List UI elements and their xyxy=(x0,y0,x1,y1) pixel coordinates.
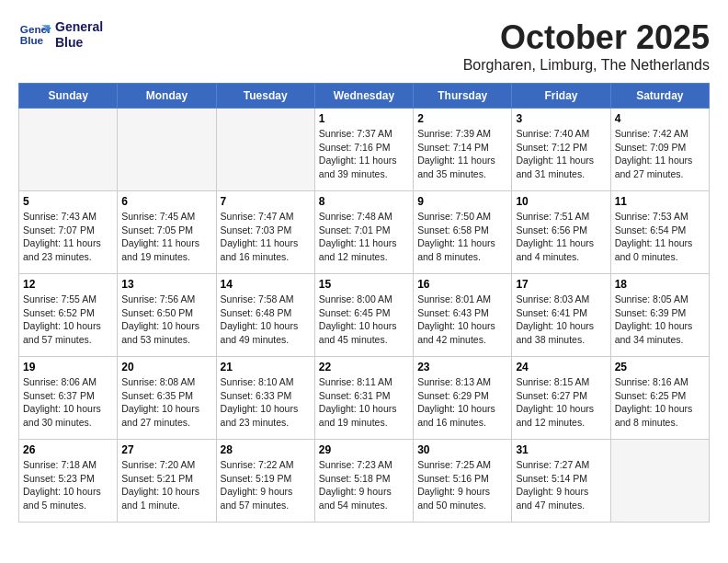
day-number: 18 xyxy=(615,278,705,291)
calendar-cell: 30Sunrise: 7:25 AM Sunset: 5:16 PM Dayli… xyxy=(414,440,512,523)
day-number: 15 xyxy=(319,278,409,291)
day-info: Sunrise: 8:01 AM Sunset: 6:43 PM Dayligh… xyxy=(417,293,507,347)
day-info: Sunrise: 8:10 AM Sunset: 6:33 PM Dayligh… xyxy=(221,375,311,430)
day-number: 12 xyxy=(23,278,113,291)
calendar-cell: 26Sunrise: 7:18 AM Sunset: 5:23 PM Dayli… xyxy=(19,440,118,523)
calendar-cell: 31Sunrise: 7:27 AM Sunset: 5:14 PM Dayli… xyxy=(512,440,610,523)
day-info: Sunrise: 7:45 AM Sunset: 7:05 PM Dayligh… xyxy=(121,210,211,264)
calendar-cell: 6Sunrise: 7:45 AM Sunset: 7:05 PM Daylig… xyxy=(118,191,216,274)
calendar-table: SundayMondayTuesdayWednesdayThursdayFrid… xyxy=(18,83,710,523)
day-info: Sunrise: 7:51 AM Sunset: 6:56 PM Dayligh… xyxy=(516,210,606,264)
day-number: 10 xyxy=(516,195,606,208)
day-info: Sunrise: 7:53 AM Sunset: 6:54 PM Dayligh… xyxy=(615,210,705,264)
day-number: 23 xyxy=(417,361,507,373)
day-number: 24 xyxy=(516,361,606,373)
day-info: Sunrise: 7:48 AM Sunset: 7:01 PM Dayligh… xyxy=(319,210,409,264)
day-info: Sunrise: 7:42 AM Sunset: 7:09 PM Dayligh… xyxy=(615,127,705,181)
calendar-cell: 14Sunrise: 7:58 AM Sunset: 6:48 PM Dayli… xyxy=(216,274,314,357)
weekday-header-monday: Monday xyxy=(118,84,216,109)
calendar-cell: 24Sunrise: 8:15 AM Sunset: 6:27 PM Dayli… xyxy=(512,357,610,440)
day-info: Sunrise: 8:16 AM Sunset: 6:25 PM Dayligh… xyxy=(615,375,705,430)
day-number: 26 xyxy=(23,443,113,456)
day-number: 19 xyxy=(23,361,113,373)
day-info: Sunrise: 7:50 AM Sunset: 6:58 PM Dayligh… xyxy=(417,210,507,264)
calendar-cell: 20Sunrise: 8:08 AM Sunset: 6:35 PM Dayli… xyxy=(118,357,216,440)
calendar-cell: 8Sunrise: 7:48 AM Sunset: 7:01 PM Daylig… xyxy=(314,191,413,274)
day-number: 21 xyxy=(221,361,311,373)
calendar-cell: 12Sunrise: 7:55 AM Sunset: 6:52 PM Dayli… xyxy=(19,274,118,357)
calendar-cell: 16Sunrise: 8:01 AM Sunset: 6:43 PM Dayli… xyxy=(414,274,512,357)
day-number: 28 xyxy=(221,443,311,456)
month-title: October 2025 xyxy=(463,18,710,57)
day-info: Sunrise: 7:23 AM Sunset: 5:18 PM Dayligh… xyxy=(319,458,409,512)
calendar-cell: 19Sunrise: 8:06 AM Sunset: 6:37 PM Dayli… xyxy=(19,357,118,440)
day-info: Sunrise: 7:18 AM Sunset: 5:23 PM Dayligh… xyxy=(23,458,113,512)
day-number: 20 xyxy=(121,361,211,373)
calendar-week-1: 1Sunrise: 7:37 AM Sunset: 7:16 PM Daylig… xyxy=(19,109,710,191)
calendar-week-4: 19Sunrise: 8:06 AM Sunset: 6:37 PM Dayli… xyxy=(19,357,710,440)
day-info: Sunrise: 7:40 AM Sunset: 7:12 PM Dayligh… xyxy=(516,127,606,181)
weekday-header-sunday: Sunday xyxy=(19,84,118,109)
calendar-week-2: 5Sunrise: 7:43 AM Sunset: 7:07 PM Daylig… xyxy=(19,191,710,274)
day-number: 31 xyxy=(516,443,606,456)
day-number: 22 xyxy=(319,361,409,373)
day-number: 11 xyxy=(615,195,705,208)
day-info: Sunrise: 8:15 AM Sunset: 6:27 PM Dayligh… xyxy=(516,375,606,430)
calendar-cell: 27Sunrise: 7:20 AM Sunset: 5:21 PM Dayli… xyxy=(118,440,216,523)
day-info: Sunrise: 7:27 AM Sunset: 5:14 PM Dayligh… xyxy=(516,458,606,512)
calendar-cell: 15Sunrise: 8:00 AM Sunset: 6:45 PM Dayli… xyxy=(314,274,413,357)
day-info: Sunrise: 7:20 AM Sunset: 5:21 PM Dayligh… xyxy=(121,458,211,512)
calendar-cell: 5Sunrise: 7:43 AM Sunset: 7:07 PM Daylig… xyxy=(19,191,118,274)
day-info: Sunrise: 7:39 AM Sunset: 7:14 PM Dayligh… xyxy=(417,127,507,181)
weekday-header-friday: Friday xyxy=(512,84,610,109)
calendar-cell: 4Sunrise: 7:42 AM Sunset: 7:09 PM Daylig… xyxy=(610,109,709,191)
calendar-cell: 22Sunrise: 8:11 AM Sunset: 6:31 PM Dayli… xyxy=(314,357,413,440)
calendar-cell: 29Sunrise: 7:23 AM Sunset: 5:18 PM Dayli… xyxy=(314,440,413,523)
day-number: 29 xyxy=(319,443,409,456)
calendar-week-3: 12Sunrise: 7:55 AM Sunset: 6:52 PM Dayli… xyxy=(19,274,710,357)
day-number: 2 xyxy=(417,112,507,125)
weekday-header-row: SundayMondayTuesdayWednesdayThursdayFrid… xyxy=(19,84,710,109)
day-info: Sunrise: 7:56 AM Sunset: 6:50 PM Dayligh… xyxy=(121,293,211,347)
calendar-cell xyxy=(118,109,216,191)
day-info: Sunrise: 8:11 AM Sunset: 6:31 PM Dayligh… xyxy=(319,375,409,430)
day-number: 25 xyxy=(615,361,705,373)
day-number: 16 xyxy=(417,278,507,291)
day-info: Sunrise: 7:47 AM Sunset: 7:03 PM Dayligh… xyxy=(221,210,311,264)
weekday-header-wednesday: Wednesday xyxy=(314,84,413,109)
logo: General Blue General Blue xyxy=(18,18,103,52)
calendar-cell: 18Sunrise: 8:05 AM Sunset: 6:39 PM Dayli… xyxy=(610,274,709,357)
day-info: Sunrise: 7:37 AM Sunset: 7:16 PM Dayligh… xyxy=(319,127,409,181)
day-info: Sunrise: 8:06 AM Sunset: 6:37 PM Dayligh… xyxy=(23,375,113,430)
location-subtitle: Borgharen, Limburg, The Netherlands xyxy=(463,57,710,74)
logo-text: General Blue xyxy=(55,19,103,51)
day-info: Sunrise: 8:13 AM Sunset: 6:29 PM Dayligh… xyxy=(417,375,507,430)
calendar-cell: 17Sunrise: 8:03 AM Sunset: 6:41 PM Dayli… xyxy=(512,274,610,357)
weekday-header-thursday: Thursday xyxy=(414,84,512,109)
day-number: 13 xyxy=(121,278,211,291)
logo-icon: General Blue xyxy=(18,18,51,52)
calendar-cell: 28Sunrise: 7:22 AM Sunset: 5:19 PM Dayli… xyxy=(216,440,314,523)
calendar-cell: 10Sunrise: 7:51 AM Sunset: 6:56 PM Dayli… xyxy=(512,191,610,274)
calendar-cell: 13Sunrise: 7:56 AM Sunset: 6:50 PM Dayli… xyxy=(118,274,216,357)
day-number: 9 xyxy=(417,195,507,208)
day-number: 7 xyxy=(221,195,311,208)
calendar-cell: 9Sunrise: 7:50 AM Sunset: 6:58 PM Daylig… xyxy=(414,191,512,274)
calendar-cell xyxy=(19,109,118,191)
day-number: 6 xyxy=(121,195,211,208)
calendar-cell: 25Sunrise: 8:16 AM Sunset: 6:25 PM Dayli… xyxy=(610,357,709,440)
calendar-cell: 21Sunrise: 8:10 AM Sunset: 6:33 PM Dayli… xyxy=(216,357,314,440)
day-number: 4 xyxy=(615,112,705,125)
day-number: 1 xyxy=(319,112,409,125)
day-number: 27 xyxy=(121,443,211,456)
calendar-week-5: 26Sunrise: 7:18 AM Sunset: 5:23 PM Dayli… xyxy=(19,440,710,523)
weekday-header-tuesday: Tuesday xyxy=(216,84,314,109)
weekday-header-saturday: Saturday xyxy=(610,84,709,109)
day-number: 5 xyxy=(23,195,113,208)
calendar-cell: 3Sunrise: 7:40 AM Sunset: 7:12 PM Daylig… xyxy=(512,109,610,191)
day-info: Sunrise: 8:05 AM Sunset: 6:39 PM Dayligh… xyxy=(615,293,705,347)
day-number: 17 xyxy=(516,278,606,291)
svg-text:Blue: Blue xyxy=(20,34,44,46)
calendar-cell: 11Sunrise: 7:53 AM Sunset: 6:54 PM Dayli… xyxy=(610,191,709,274)
day-number: 30 xyxy=(417,443,507,456)
